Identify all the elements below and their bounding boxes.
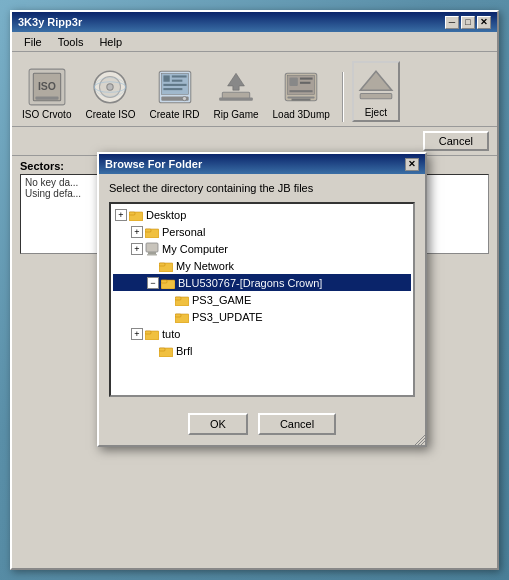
folder-icon-brfl — [159, 345, 173, 357]
folder-icon-blu30767 — [161, 277, 175, 289]
tree-item-desktop[interactable]: + Desktop — [113, 206, 411, 223]
tree-label-my-computer: My Computer — [162, 243, 228, 255]
svg-rect-47 — [145, 331, 151, 334]
pc-icon-my-computer — [145, 242, 159, 256]
svg-rect-36 — [148, 252, 156, 254]
tree-item-my-computer[interactable]: + My Computer — [113, 240, 411, 257]
browse-folder-dialog: Browse For Folder ✕ Select the directory… — [97, 152, 427, 447]
dialog-ok-button[interactable]: OK — [188, 413, 248, 435]
svg-rect-39 — [159, 263, 165, 266]
tree-item-ps3-update[interactable]: PS3_UPDATE — [113, 308, 411, 325]
tree-label-blu30767: BLU530767-[Dragons Crown] — [178, 277, 322, 289]
dialog-cancel-button[interactable]: Cancel — [258, 413, 336, 435]
tree-toggle-blu30767[interactable]: − — [147, 277, 159, 289]
folder-tree[interactable]: + Desktop + Personal + — [109, 202, 415, 397]
tree-item-personal[interactable]: + Personal — [113, 223, 411, 240]
svg-rect-49 — [159, 348, 165, 351]
svg-rect-34 — [145, 229, 151, 232]
resize-grip[interactable] — [413, 433, 425, 445]
folder-icon-ps3-game — [175, 294, 189, 306]
tree-toggle-desktop[interactable]: + — [115, 209, 127, 221]
tree-toggle-tuto[interactable]: + — [131, 328, 143, 340]
tree-toggle-personal[interactable]: + — [131, 226, 143, 238]
dialog-footer: OK Cancel — [99, 405, 425, 445]
tree-label-tuto: tuto — [162, 328, 180, 340]
tree-item-tuto[interactable]: + tuto — [113, 325, 411, 342]
dialog-instruction: Select the directory containing the JB f… — [109, 182, 415, 194]
svg-rect-41 — [161, 280, 167, 283]
svg-rect-32 — [129, 212, 135, 215]
resize-grip-icon — [413, 433, 425, 445]
dialog-close-button[interactable]: ✕ — [405, 158, 419, 171]
tree-item-my-network[interactable]: My Network — [113, 257, 411, 274]
svg-rect-37 — [147, 254, 157, 256]
svg-rect-35 — [146, 243, 158, 252]
tree-label-brfl: Brfl — [176, 345, 193, 357]
svg-rect-43 — [175, 297, 181, 300]
folder-icon-tuto — [145, 328, 159, 340]
svg-rect-45 — [175, 314, 181, 317]
tree-item-brfl[interactable]: Brfl — [113, 342, 411, 359]
tree-label-ps3-update: PS3_UPDATE — [192, 311, 263, 323]
tree-item-blu30767[interactable]: − BLU530767-[Dragons Crown] — [113, 274, 411, 291]
tree-label-my-network: My Network — [176, 260, 234, 272]
folder-icon-my-network — [159, 260, 173, 272]
folder-icon-personal — [145, 226, 159, 238]
dialog-title-bar: Browse For Folder ✕ — [99, 154, 425, 174]
tree-toggle-my-computer[interactable]: + — [131, 243, 143, 255]
app-window: 3K3y Ripp3r ─ □ ✕ File Tools Help ISO IS… — [10, 10, 499, 570]
tree-label-ps3-game: PS3_GAME — [192, 294, 251, 306]
tree-item-ps3-game[interactable]: PS3_GAME — [113, 291, 411, 308]
tree-label-personal: Personal — [162, 226, 205, 238]
modal-overlay: Browse For Folder ✕ Select the directory… — [12, 12, 497, 568]
dialog-body: Select the directory containing the JB f… — [99, 174, 425, 405]
dialog-title-text: Browse For Folder — [105, 158, 202, 170]
tree-label-desktop: Desktop — [146, 209, 186, 221]
folder-icon-desktop — [129, 209, 143, 221]
folder-icon-ps3-update — [175, 311, 189, 323]
